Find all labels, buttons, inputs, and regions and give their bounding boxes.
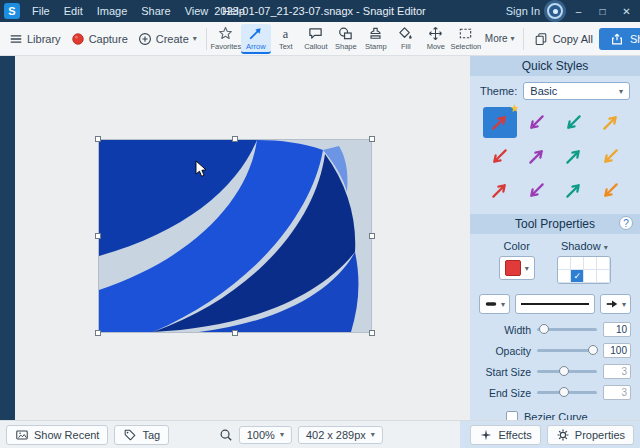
- start-size-value-field[interactable]: 3: [603, 364, 631, 379]
- selection-handle[interactable]: [95, 233, 101, 239]
- more-tools-button[interactable]: More ▾: [481, 29, 519, 48]
- theme-dropdown[interactable]: Basic ▾: [523, 82, 630, 100]
- tool-arrow[interactable]: Arrow: [241, 24, 271, 54]
- style-teal-arrow-2[interactable]: [557, 141, 591, 172]
- tool-shape[interactable]: Shape: [331, 24, 361, 54]
- shadow-option[interactable]: [584, 270, 597, 283]
- zoom-search-icon[interactable]: [219, 428, 233, 442]
- width-value-field[interactable]: 10: [603, 322, 631, 337]
- selection-handle[interactable]: [369, 136, 375, 142]
- create-button[interactable]: Create ▾: [133, 28, 202, 50]
- shadow-option[interactable]: [571, 257, 584, 270]
- selection-handle[interactable]: [95, 330, 101, 336]
- selection-handle[interactable]: [369, 233, 375, 239]
- shadow-option-selected[interactable]: ✓: [571, 270, 584, 283]
- shadow-option[interactable]: [584, 257, 597, 270]
- slider-thumb[interactable]: [559, 366, 569, 376]
- show-recent-button[interactable]: Show Recent: [6, 425, 108, 445]
- copy-all-button[interactable]: Copy All: [534, 32, 593, 46]
- shadow-option[interactable]: [597, 270, 610, 283]
- selection-handle[interactable]: [95, 136, 101, 142]
- style-red-arrow-3[interactable]: [483, 175, 517, 206]
- opacity-slider[interactable]: [537, 349, 597, 352]
- library-button[interactable]: Library: [4, 28, 66, 50]
- shadow-option[interactable]: [558, 270, 571, 283]
- canvas[interactable]: [15, 56, 470, 420]
- tool-selection[interactable]: Selection: [451, 24, 481, 54]
- color-picker-button[interactable]: ▾: [499, 256, 535, 280]
- bezier-curve-checkbox[interactable]: [506, 411, 518, 420]
- tool-fill[interactable]: Fill: [391, 24, 421, 54]
- menu-image[interactable]: Image: [90, 2, 135, 20]
- help-button[interactable]: ?: [619, 216, 633, 230]
- selection-handle[interactable]: [232, 136, 238, 142]
- style-yellow-arrow[interactable]: [594, 107, 628, 138]
- menu-share[interactable]: Share: [134, 2, 177, 20]
- opacity-slider-row: Opacity 100: [470, 340, 640, 361]
- tag-button[interactable]: Tag: [114, 425, 169, 445]
- end-size-slider[interactable]: [537, 391, 597, 394]
- copy-icon: [534, 32, 548, 46]
- line-end-dropdown[interactable]: ▾: [600, 294, 631, 314]
- chevron-down-icon: ▾: [525, 264, 529, 273]
- stamp-icon: [368, 26, 383, 41]
- minimize-button[interactable]: –: [570, 6, 587, 17]
- tool-label: Text: [279, 42, 293, 51]
- opacity-value-field[interactable]: 100: [603, 343, 631, 358]
- effects-button[interactable]: Effects: [470, 425, 540, 445]
- menu-view[interactable]: View: [178, 2, 216, 20]
- menu-file[interactable]: File: [25, 2, 57, 20]
- style-orange-arrow[interactable]: [594, 175, 628, 206]
- slider-thumb[interactable]: [588, 345, 598, 355]
- account-icon[interactable]: [547, 3, 563, 19]
- maximize-button[interactable]: □: [594, 6, 611, 17]
- menu-help[interactable]: Help: [215, 2, 252, 20]
- width-slider[interactable]: [537, 328, 597, 331]
- slider-thumb[interactable]: [539, 324, 549, 334]
- style-purple-arrow-2[interactable]: [520, 141, 554, 172]
- selection-icon: [458, 26, 473, 41]
- wallpaper-image: [99, 140, 371, 332]
- tool-favorites[interactable]: Favorites: [211, 24, 241, 54]
- shadow-option[interactable]: [597, 257, 610, 270]
- line-start-dropdown[interactable]: ▾: [479, 294, 510, 314]
- style-red-arrow-2[interactable]: [483, 141, 517, 172]
- tool-callout[interactable]: Callout: [301, 24, 331, 54]
- slider-thumb[interactable]: [559, 387, 569, 397]
- tool-stamp[interactable]: Stamp: [361, 24, 391, 54]
- shadow-direction-picker: ✓: [557, 256, 611, 284]
- capture-button[interactable]: Capture: [66, 28, 133, 50]
- tool-move[interactable]: Move: [421, 24, 451, 54]
- snagit-logo-icon[interactable]: S: [4, 3, 20, 19]
- end-size-slider-row: End Size 3: [470, 382, 640, 403]
- style-red-arrow[interactable]: ★: [483, 107, 517, 138]
- sign-in-link[interactable]: Sign In: [506, 5, 540, 17]
- end-size-value-field[interactable]: 3: [603, 385, 631, 400]
- main-toolbar: Library Capture Create ▾ Favorites Arrow…: [0, 22, 640, 56]
- quick-styles-grid: ★: [470, 105, 640, 214]
- style-purple-arrow-3[interactable]: [520, 175, 554, 206]
- style-yellow-arrow-2[interactable]: [594, 141, 628, 172]
- style-teal-arrow-3[interactable]: [557, 175, 591, 206]
- style-purple-arrow[interactable]: [520, 107, 554, 138]
- close-button[interactable]: ✕: [618, 6, 635, 17]
- selected-image[interactable]: [99, 140, 371, 332]
- properties-button[interactable]: Properties: [547, 425, 634, 445]
- line-style-preview[interactable]: [515, 294, 595, 314]
- tool-label: Favorites: [210, 42, 241, 51]
- chevron-down-icon: ▾: [193, 34, 197, 43]
- start-size-slider[interactable]: [537, 370, 597, 373]
- left-tray-strip[interactable]: [0, 56, 15, 420]
- menu-edit[interactable]: Edit: [57, 2, 90, 20]
- canvas-size-dropdown[interactable]: 402 x 289px ▾: [298, 426, 383, 444]
- share-button[interactable]: Share ▾: [599, 28, 640, 50]
- style-teal-arrow[interactable]: [557, 107, 591, 138]
- tool-text[interactable]: a Text: [271, 24, 301, 54]
- selection-handle[interactable]: [369, 330, 375, 336]
- chevron-down-icon: ▾: [619, 87, 623, 96]
- shadow-option[interactable]: [558, 257, 571, 270]
- effects-label: Effects: [498, 429, 531, 441]
- selection-handle[interactable]: [232, 330, 238, 336]
- fill-icon: [398, 26, 413, 41]
- zoom-level-dropdown[interactable]: 100% ▾: [239, 426, 292, 444]
